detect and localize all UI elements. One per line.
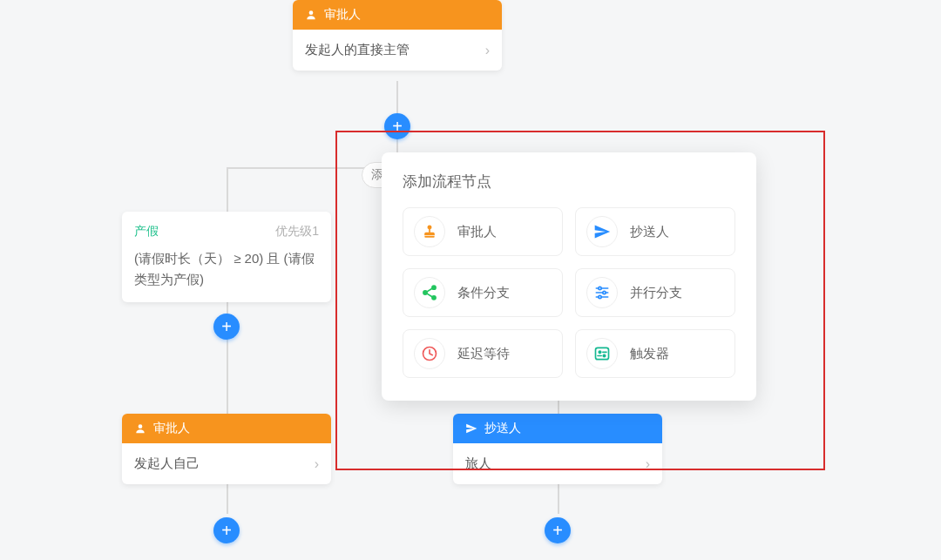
svg-point-9 [599,287,601,289]
person-icon [134,422,146,435]
chevron-right-icon: › [485,43,490,58]
add-node-popover: 添加流程节点 审批人 抄送人 条件分支 [382,152,756,401]
stamp-icon [414,216,445,247]
add-node-button[interactable]: + [213,314,240,340]
add-node-button[interactable]: + [213,517,240,543]
condition-node[interactable]: 产假 优先级1 (请假时长（天） ≥ 20) 且 (请假类型为产假) [122,212,331,302]
node-type-label: 审批人 [153,421,190,436]
node-type-label: 审批人 [324,7,361,23]
clock-icon [414,338,445,369]
option-delay[interactable]: 延迟等待 [403,329,563,378]
option-label: 延迟等待 [457,346,510,362]
node-body-text: 发起人自己 [134,455,200,472]
send-icon [586,216,618,247]
svg-line-7 [427,293,433,297]
popover-title: 添加流程节点 [403,172,735,192]
share-icon [414,277,445,308]
approver-node-1[interactable]: 审批人 发起人的直接主管 › [293,0,502,71]
option-parallel[interactable]: 并行分支 [575,268,735,317]
trigger-icon [586,338,618,369]
option-trigger[interactable]: 触发器 [575,329,735,378]
sliders-icon [586,277,618,308]
option-approver[interactable]: 审批人 [403,207,563,256]
svg-point-17 [603,354,606,357]
svg-rect-15 [596,347,609,359]
svg-point-16 [599,351,601,354]
option-label: 触发器 [630,346,669,362]
approver-node-header: 审批人 [122,414,331,443]
condition-priority: 优先级1 [275,224,319,240]
svg-point-11 [603,291,606,293]
option-cc[interactable]: 抄送人 [575,207,735,256]
option-conditional[interactable]: 条件分支 [403,268,563,317]
add-node-button[interactable]: + [545,517,571,543]
svg-rect-2 [424,236,435,238]
node-body-text: 发起人的直接主管 [305,42,410,58]
option-label: 条件分支 [457,285,510,301]
svg-point-13 [599,295,601,298]
option-label: 并行分支 [630,285,682,301]
person-icon [305,9,317,21]
option-label: 审批人 [457,224,497,240]
svg-point-0 [309,10,314,15]
approver-node-2[interactable]: 审批人 发起人自己 › [122,414,331,484]
option-label: 抄送人 [630,224,669,240]
condition-title: 产假 [134,224,159,240]
approver-node-header: 审批人 [293,0,502,30]
chevron-right-icon: › [315,456,319,472]
svg-point-1 [139,424,143,428]
condition-expression: (请假时长（天） ≥ 20) 且 (请假类型为产假) [134,248,319,290]
svg-line-6 [427,288,433,292]
